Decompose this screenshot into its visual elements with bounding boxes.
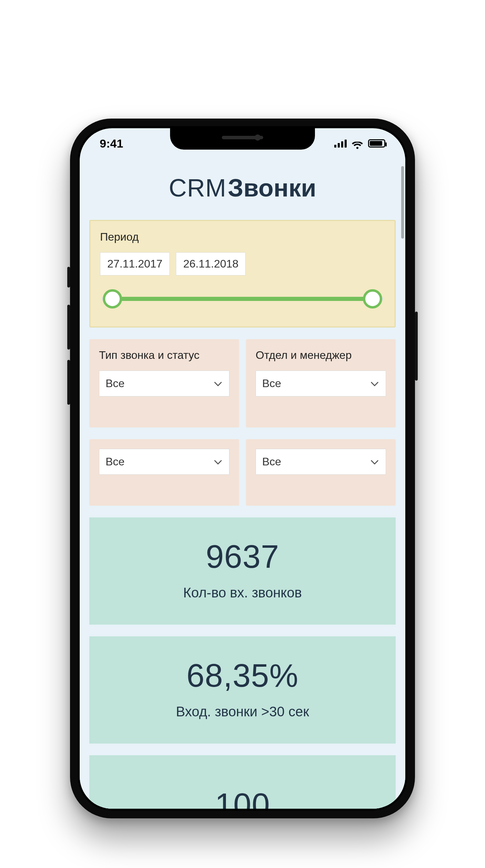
phone-frame: 9:41 CRM З [70,119,415,818]
date-range-slider[interactable] [101,288,384,310]
select-department[interactable]: Все [256,371,386,396]
kpi-value: 100 [96,776,389,809]
filter-card-call-type: Тип звонка и статус Все [89,339,239,427]
select-status[interactable]: Все [99,449,229,475]
header-title: Звонки [228,174,316,202]
kpi-caption: Вход. звонки >30 сек [96,704,389,719]
cellular-icon [334,139,347,148]
kpi-caption: Кол-во вх. звонков [96,585,389,600]
period-card: Период 27.11.2017 26.11.2018 [89,220,396,327]
select-value: Все [106,455,125,468]
app-content[interactable]: CRM Звонки Период 27.11.2017 26.11.2018 [80,159,405,809]
select-call-type[interactable]: Все [99,371,229,396]
status-time: 9:41 [100,137,123,150]
date-from-chip[interactable]: 27.11.2017 [100,252,170,275]
select-value: Все [262,455,281,468]
header-prefix: CRM [169,174,226,202]
chevron-down-icon [370,457,379,467]
kpi-incoming-over-30s: 68,35% Вход. звонки >30 сек [89,636,396,744]
chevron-down-icon [370,379,379,388]
select-value: Все [106,377,125,390]
scrollbar-thumb[interactable] [401,794,404,807]
filter-card-department: Отдел и менеджер Все [246,339,396,427]
status-bar: 9:41 [80,128,405,159]
filter-card-manager: Все [246,439,396,506]
phone-power-button [415,312,418,381]
slider-handle-left[interactable] [103,289,122,309]
kpi-card-partial: 100 [89,755,396,809]
kpi-incoming-calls: 9637 Кол-во вх. звонков [89,517,396,625]
select-value: Все [262,377,281,390]
phone-volume-down [67,360,70,405]
scrollbar-thumb[interactable] [401,166,404,239]
filter-label-call-type: Тип звонка и статус [99,349,229,362]
date-to-chip[interactable]: 26.11.2018 [176,252,246,275]
page-title: CRM Звонки [80,159,405,220]
wifi-icon [352,139,363,148]
select-manager[interactable]: Все [256,449,386,475]
battery-icon [368,139,385,148]
kpi-value: 68,35% [96,657,389,694]
chevron-down-icon [213,379,223,388]
chevron-down-icon [213,457,223,467]
filter-label-department: Отдел и менеджер [256,349,386,362]
phone-volume-up [67,305,70,350]
kpi-value: 9637 [96,538,389,575]
filter-card-status: Все [89,439,239,506]
period-label: Период [100,231,385,243]
phone-mute-switch [67,267,70,287]
screen: 9:41 CRM З [80,128,405,809]
slider-handle-right[interactable] [363,289,382,309]
